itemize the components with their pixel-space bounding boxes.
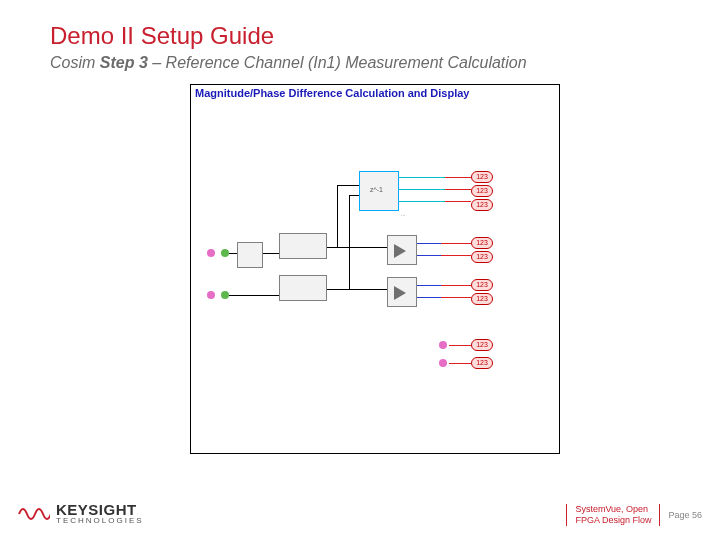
brand-name: KEYSIGHT	[56, 503, 144, 516]
block-delay-label: z^-1	[370, 186, 383, 193]
wire	[441, 285, 471, 286]
brand-logo: KEYSIGHT TECHNOLOGIES	[18, 502, 144, 526]
footer-line1: SystemVue, Open	[575, 504, 648, 514]
block-proc-a	[279, 233, 327, 259]
wire	[349, 195, 359, 196]
slide-subtitle: Cosim Step 3 – Reference Channel (In1) M…	[50, 54, 527, 72]
footer-page: Page 56	[668, 510, 702, 521]
wire	[399, 201, 445, 202]
footer-text: SystemVue, Open FPGA Design Flow	[575, 504, 651, 526]
block-amp-a	[387, 235, 417, 265]
subtitle-step: Step 3	[100, 54, 148, 71]
page-number: 56	[692, 510, 702, 520]
wire	[441, 255, 471, 256]
display-badge: 123	[471, 251, 493, 263]
port-in-top	[207, 249, 215, 257]
footer-sep	[659, 504, 660, 526]
wire	[449, 345, 471, 346]
wire	[417, 285, 441, 286]
signal-label: ...	[401, 211, 405, 217]
wire	[441, 297, 471, 298]
wire	[417, 255, 441, 256]
wire	[399, 177, 445, 178]
display-badge: 123	[471, 279, 493, 291]
wire	[327, 289, 387, 290]
subtitle-prefix: Cosim	[50, 54, 100, 71]
wire	[445, 201, 471, 202]
port-in-bot-2	[221, 291, 229, 299]
wire	[441, 243, 471, 244]
port-lone	[439, 359, 447, 367]
block-entry	[237, 242, 263, 268]
display-badge: 123	[471, 237, 493, 249]
footer-sep	[566, 504, 567, 526]
wire	[327, 247, 387, 248]
port-lone	[439, 341, 447, 349]
subtitle-rest: – Reference Channel (In1) Measurement Ca…	[148, 54, 527, 71]
wire	[417, 297, 441, 298]
wire	[229, 295, 279, 296]
wire	[263, 253, 279, 254]
display-badge: 123	[471, 171, 493, 183]
port-in-top-2	[221, 249, 229, 257]
port-in-bot	[207, 291, 215, 299]
block-amp-b	[387, 277, 417, 307]
wire	[229, 253, 237, 254]
diagram-title: Magnitude/Phase Difference Calculation a…	[195, 87, 469, 99]
block-delay: z^-1	[359, 171, 399, 211]
keysight-wave-icon	[18, 502, 50, 526]
wire	[349, 195, 350, 289]
wire	[449, 363, 471, 364]
wire	[337, 185, 338, 247]
wire	[337, 185, 359, 186]
wire	[445, 189, 471, 190]
page-label: Page	[668, 510, 692, 520]
display-badge: 123	[471, 357, 493, 369]
amp-icon	[394, 244, 406, 258]
brand-sub: TECHNOLOGIES	[56, 516, 144, 525]
diagram-frame: Magnitude/Phase Difference Calculation a…	[190, 84, 560, 454]
display-badge: 123	[471, 185, 493, 197]
block-proc-b	[279, 275, 327, 301]
wire	[417, 243, 441, 244]
amp-icon	[394, 286, 406, 300]
footer-line2: FPGA Design Flow	[575, 515, 651, 525]
wire	[399, 189, 445, 190]
wire	[445, 177, 471, 178]
slide: Demo II Setup Guide Cosim Step 3 – Refer…	[0, 0, 720, 540]
display-badge: 123	[471, 293, 493, 305]
slide-title: Demo II Setup Guide	[50, 22, 274, 50]
footer: SystemVue, Open FPGA Design Flow Page 56	[558, 504, 702, 526]
display-badge: 123	[471, 339, 493, 351]
display-badge: 123	[471, 199, 493, 211]
